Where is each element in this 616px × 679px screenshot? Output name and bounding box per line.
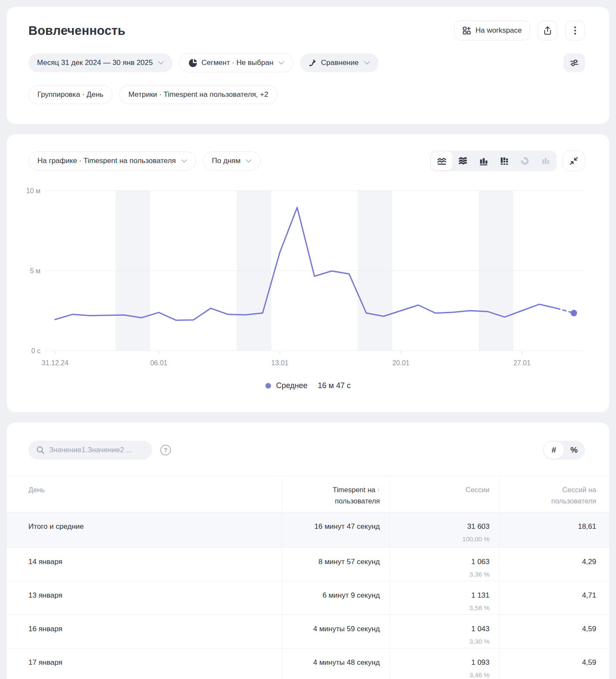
last-point-marker xyxy=(571,310,577,316)
cell-sessions: 1 0433,30 % xyxy=(389,615,499,648)
comparison-chip[interactable]: Сравнение xyxy=(300,53,378,72)
table-toolbar: ? # % xyxy=(7,423,609,460)
segment-chip[interactable]: Сегмент · Не выбран xyxy=(179,53,293,72)
segment-label: Сегмент · Не выбран xyxy=(201,59,273,67)
legend-dot-icon xyxy=(265,383,271,389)
bar-chart-icon xyxy=(479,156,488,166)
legend-value: 16 м 47 с xyxy=(318,381,351,390)
stacked-area-chart-icon xyxy=(458,156,468,166)
chart-type-stacked-bar-button[interactable] xyxy=(494,151,514,171)
cell-day: Итого и средние xyxy=(7,512,282,547)
legend-label: Среднее xyxy=(276,381,308,390)
cell-day: 17 января xyxy=(7,648,282,679)
share-icon xyxy=(543,26,552,35)
share-button[interactable] xyxy=(538,21,557,40)
filters-row-2: Группировка · День Метрики · Timespent н… xyxy=(28,85,585,104)
chart-type-line-button[interactable] xyxy=(431,151,453,170)
header-top-row: Вовлеченность На workspace xyxy=(28,21,585,40)
cell-sessions-per-user: 4,59 xyxy=(499,648,609,679)
column-header[interactable]: Сессии xyxy=(389,476,499,512)
cell-sessions-per-user: 4,29 xyxy=(499,548,609,581)
report-settings-button[interactable] xyxy=(564,53,585,72)
y-axis-label: 10 м xyxy=(26,187,40,194)
x-axis-label: 27.01 xyxy=(513,359,530,367)
stacked-bar-chart-icon xyxy=(499,156,509,166)
svg-text:?: ? xyxy=(164,447,168,454)
cell-day: 13 января xyxy=(7,581,282,614)
help-icon: ? xyxy=(160,444,172,456)
date-range-label: Месяц 31 дек 2024 — 30 янв 2025 xyxy=(37,59,153,67)
cell-sessions: 1 1313,58 % xyxy=(389,581,499,614)
column-header[interactable]: Timespent на↓пользователя xyxy=(282,476,389,512)
metrics-chip[interactable]: Метрики · Timespent на пользователя, +2 xyxy=(119,85,277,104)
compare-icon xyxy=(309,59,317,67)
column-header[interactable]: День xyxy=(7,476,282,512)
table-search[interactable] xyxy=(28,441,152,460)
cell-timespent: 8 минут 57 секунд xyxy=(282,548,389,581)
chevron-down-icon xyxy=(364,61,370,65)
line-chart-icon xyxy=(437,156,447,166)
cell-sessions-per-user: 18,61 xyxy=(499,512,609,547)
cell-timespent: 6 минут 9 секунд xyxy=(282,581,389,614)
table-row[interactable]: 16 января 4 минуты 59 секунд 1 0433,30 %… xyxy=(7,614,609,648)
toggle-number-option[interactable]: # xyxy=(544,441,564,459)
report-table: ДеньTimespent на↓пользователяСессииСесси… xyxy=(7,475,609,679)
cell-timespent: 16 минут 47 секунд xyxy=(282,512,389,547)
chart-type-bar-button[interactable] xyxy=(473,151,494,171)
cell-sessions-per-user: 4,59 xyxy=(499,615,609,648)
filters-row-1: Месяц 31 дек 2024 — 30 янв 2025 Сегмент … xyxy=(28,53,585,72)
chart-card: На графике · Timespent на пользователя П… xyxy=(7,134,609,412)
granularity-dropdown[interactable]: По дням xyxy=(203,151,261,170)
x-axis-label: 31.12.24 xyxy=(42,359,68,367)
granularity-label: По дням xyxy=(212,157,241,165)
cell-day: 16 января xyxy=(7,615,282,648)
table-card: ? # % ДеньTimespent на↓пользователяСесси… xyxy=(7,423,609,679)
grouping-label: Группировка · День xyxy=(37,90,103,99)
x-axis-label: 06.01 xyxy=(150,359,167,367)
chevron-down-icon xyxy=(246,159,252,163)
grouping-chip[interactable]: Группировка · День xyxy=(28,85,112,104)
cell-sessions: 1 0633,36 % xyxy=(389,548,499,581)
donut-chart-icon xyxy=(520,156,530,166)
comparison-label: Сравнение xyxy=(321,59,358,67)
chevron-down-icon xyxy=(181,159,187,163)
chart-type-stacked-area-button[interactable] xyxy=(453,151,473,171)
histogram-chart-icon xyxy=(541,156,550,166)
chevron-down-icon xyxy=(158,61,164,65)
chart-metric-dropdown[interactable]: На графике · Timespent на пользователя xyxy=(28,151,196,170)
workspace-grid-plus-icon xyxy=(462,26,471,35)
cell-day: 14 января xyxy=(7,548,282,581)
chart-legend[interactable]: Среднее 16 м 47 с xyxy=(7,381,609,390)
table-row[interactable]: Итого и средние 16 минут 47 секунд 31 60… xyxy=(7,512,609,547)
sort-desc-icon: ↓ xyxy=(377,486,380,492)
column-header[interactable]: Сессий напользователя xyxy=(499,476,609,512)
search-icon xyxy=(36,446,45,454)
chart-metric-label: На графике · Timespent на пользователя xyxy=(37,157,176,165)
workspace-button-label: На workspace xyxy=(475,26,522,35)
cell-timespent: 4 минуты 59 секунд xyxy=(282,615,389,648)
header-actions: На workspace xyxy=(454,21,585,40)
cell-timespent: 4 минуты 48 секунд xyxy=(282,648,389,679)
table-row[interactable]: 17 января 4 минуты 48 секунд 1 0933,46 %… xyxy=(7,648,609,679)
date-range-chip[interactable]: Месяц 31 дек 2024 — 30 янв 2025 xyxy=(28,53,172,72)
metrics-label: Метрики · Timespent на пользователя, +2 xyxy=(128,90,268,99)
toggle-percent-option[interactable]: % xyxy=(564,441,584,460)
kebab-menu-icon xyxy=(574,26,576,35)
collapse-icon xyxy=(569,156,579,166)
more-menu-button[interactable] xyxy=(565,21,585,40)
y-axis-label: 5 м xyxy=(30,267,40,275)
cell-sessions: 1 0933,46 % xyxy=(389,648,499,679)
cell-sessions: 31 603100,00 % xyxy=(389,512,499,547)
chart-type-histogram-button[interactable] xyxy=(535,151,556,171)
table-header-row: ДеньTimespent на↓пользователяСессииСесси… xyxy=(7,475,609,512)
number-percent-toggle: # % xyxy=(543,441,585,460)
search-input[interactable] xyxy=(49,446,145,454)
chevron-down-icon xyxy=(278,61,284,65)
line-chart[interactable]: 0 с5 м10 м31.12.2406.0113.0120.0127.01 xyxy=(7,181,609,379)
table-row[interactable]: 13 января 6 минут 9 секунд 1 1313,58 % 4… xyxy=(7,581,609,614)
workspace-button[interactable]: На workspace xyxy=(454,21,530,40)
search-help-button[interactable]: ? xyxy=(160,444,172,456)
table-row[interactable]: 14 января 8 минут 57 секунд 1 0633,36 % … xyxy=(7,547,609,581)
collapse-chart-button[interactable] xyxy=(563,151,585,171)
chart-type-donut-button[interactable] xyxy=(514,151,535,171)
